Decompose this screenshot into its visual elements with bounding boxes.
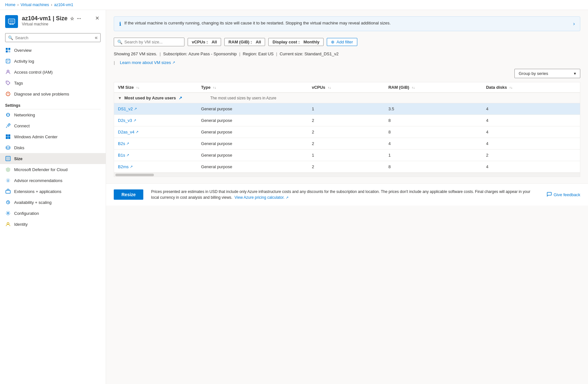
display-cost-filter[interactable]: Display cost : Monthly [268, 38, 324, 46]
region-value: East US [258, 51, 274, 56]
vm-name-link[interactable]: DS1_v2 ↗ [118, 106, 193, 111]
svg-rect-1 [9, 20, 14, 23]
add-filter-button[interactable]: ⊕ Add filter [327, 38, 357, 46]
sidebar-item-configuration[interactable]: Configuration [0, 208, 106, 219]
sidebar-item-label: Access control (IAM) [14, 70, 53, 75]
sidebar-item-diagnose[interactable]: Diagnose and solve problems [0, 88, 106, 99]
data-disks-cell: 4 [482, 103, 580, 115]
vcpus-cell: 2 [308, 138, 384, 150]
region-label: Region: [243, 51, 257, 56]
overview-icon [5, 47, 11, 53]
sidebar-item-label: Extensions + applications [14, 189, 61, 194]
scrollbar-thumb[interactable] [115, 174, 154, 176]
collapse-button[interactable]: « [95, 35, 98, 41]
availability-icon [5, 199, 11, 205]
vm-name-link[interactable]: D2s_v3 ↗ [118, 118, 193, 123]
ram-filter-value: All [256, 40, 261, 44]
ram-filter[interactable]: RAM (GiB) : All [224, 38, 265, 46]
vm-name-link[interactable]: B2s ↗ [118, 141, 193, 146]
breadcrumb-vms[interactable]: Virtual machines [21, 3, 49, 7]
table-row[interactable]: D2as_v4 ↗ General purpose 2 8 4 [114, 126, 580, 138]
learn-more-link[interactable]: Learn more about VM sizes ↗ [120, 60, 175, 65]
identity-icon [5, 221, 11, 227]
sidebar-item-tags[interactable]: Tags [0, 78, 106, 88]
vm-name-link[interactable]: B2ms ↗ [118, 164, 193, 169]
subscription-value: Azure Pass - Sponsorship [189, 51, 237, 56]
breadcrumb-home[interactable]: Home [5, 3, 15, 7]
resize-button[interactable]: Resize [114, 189, 143, 200]
footer-disclaimer: Prices presented are estimates in USD th… [151, 189, 539, 200]
sidebar-item-networking[interactable]: Networking [0, 109, 106, 120]
svg-rect-2 [6, 48, 8, 50]
group-label-text: Most used by Azure users [124, 96, 176, 100]
favorite-icon[interactable]: ☆ [70, 16, 74, 21]
give-feedback-link[interactable]: Give feedback [547, 192, 580, 198]
sidebar-item-activity-log[interactable]: Activity log [0, 56, 106, 67]
group-collapse-icon[interactable]: ▼ [118, 96, 122, 100]
table-row[interactable]: DS1_v2 ↗ General purpose 1 3.5 4 [114, 103, 580, 115]
vm-search-input[interactable] [124, 40, 176, 44]
sidebar-item-availability[interactable]: Availability + scaling [0, 197, 106, 208]
sidebar-search[interactable]: 🔍 « [5, 33, 101, 42]
display-cost-label: Display cost : [272, 40, 300, 44]
vm-size-table-container: VM Size ↑↓ Type ↑↓ vCPUs ↑↓ [114, 82, 580, 177]
footer-bar: Resize Prices presented are estimates in… [106, 183, 588, 206]
table-row[interactable]: D2s_v3 ↗ General purpose 2 8 4 [114, 115, 580, 126]
sidebar-item-disks[interactable]: Disks [0, 142, 106, 153]
info-banner: ℹ If the virtual machine is currently ru… [114, 16, 580, 31]
horizontal-scrollbar[interactable] [114, 173, 580, 177]
table-row[interactable]: B2ms ↗ General purpose 2 8 4 [114, 161, 580, 173]
vm-name-link[interactable]: B1s ↗ [118, 153, 193, 158]
svg-rect-13 [8, 134, 11, 137]
vcpus-filter-label: vCPUs : [192, 40, 208, 44]
vm-name-link[interactable]: D2as_v4 ↗ [118, 130, 193, 134]
sidebar-item-advisor[interactable]: Advisor recommendations [0, 175, 106, 186]
sort-icon-ram[interactable]: ↑↓ [412, 86, 415, 89]
col-vcpus: vCPUs ↑↓ [308, 82, 384, 93]
sort-icon-data-disks[interactable]: ↑↓ [509, 86, 512, 89]
vm-icon [5, 15, 18, 28]
ram-cell: 8 [385, 161, 482, 173]
sort-icon-vm-size[interactable]: ↑↓ [136, 86, 139, 89]
sidebar-header: az104-vm1 | Size ☆ ··· Virtual machine ✕ [0, 10, 106, 31]
sidebar-item-extensions[interactable]: Extensions + applications [0, 186, 106, 197]
extensions-icon [5, 188, 11, 194]
type-cell: General purpose [197, 126, 308, 138]
sidebar-item-overview[interactable]: Overview [0, 45, 106, 56]
more-icon[interactable]: ··· [77, 16, 81, 22]
data-disks-cell: 4 [482, 138, 580, 150]
info-banner-arrow[interactable]: › [573, 21, 575, 27]
svg-rect-18 [6, 157, 10, 160]
svg-rect-15 [8, 137, 11, 139]
sidebar-item-label: Size [14, 156, 22, 161]
svg-point-23 [7, 223, 9, 224]
vcpus-filter[interactable]: vCPUs : All [188, 38, 221, 46]
advisor-icon [5, 178, 11, 183]
sidebar-item-iam[interactable]: Access control (IAM) [0, 67, 106, 78]
tags-icon [5, 80, 11, 86]
sidebar-item-identity[interactable]: Identity [0, 219, 106, 230]
trending-icon: ↗ [126, 153, 129, 157]
sort-icon-type[interactable]: ↑↓ [213, 86, 216, 89]
close-button[interactable]: ✕ [95, 15, 99, 21]
col-data-disks: Data disks ↑↓ [482, 82, 580, 93]
table-row[interactable]: B2s ↗ General purpose 2 4 4 [114, 138, 580, 150]
vm-search-box[interactable]: 🔍 [114, 38, 184, 46]
sort-icon-vcpus[interactable]: ↑↓ [328, 86, 331, 89]
pricing-link-icon: ↗ [286, 196, 289, 199]
sidebar-item-size[interactable]: Size [0, 153, 106, 164]
group-trend-icon: ↗ [179, 96, 182, 100]
pricing-calculator-link[interactable]: View Azure pricing calculator. ↗ [235, 195, 289, 200]
sidebar-item-connect[interactable]: Connect [0, 120, 106, 131]
svg-rect-3 [8, 48, 10, 50]
sidebar-item-windows-admin[interactable]: Windows Admin Center [0, 131, 106, 142]
breadcrumb-current: az104-vm1 [54, 3, 73, 7]
vm-size-cell: B2s ↗ [114, 138, 197, 150]
group-by-dropdown[interactable]: Group by series ▾ [514, 69, 580, 78]
vm-search-icon: 🔍 [117, 40, 122, 44]
table-row[interactable]: B1s ↗ General purpose 1 1 2 [114, 150, 580, 161]
search-input[interactable] [15, 35, 93, 40]
search-icon: 🔍 [8, 35, 13, 40]
vm-size-cell: D2as_v4 ↗ [114, 126, 197, 138]
sidebar-item-defender[interactable]: Microsoft Defender for Cloud [0, 164, 106, 175]
